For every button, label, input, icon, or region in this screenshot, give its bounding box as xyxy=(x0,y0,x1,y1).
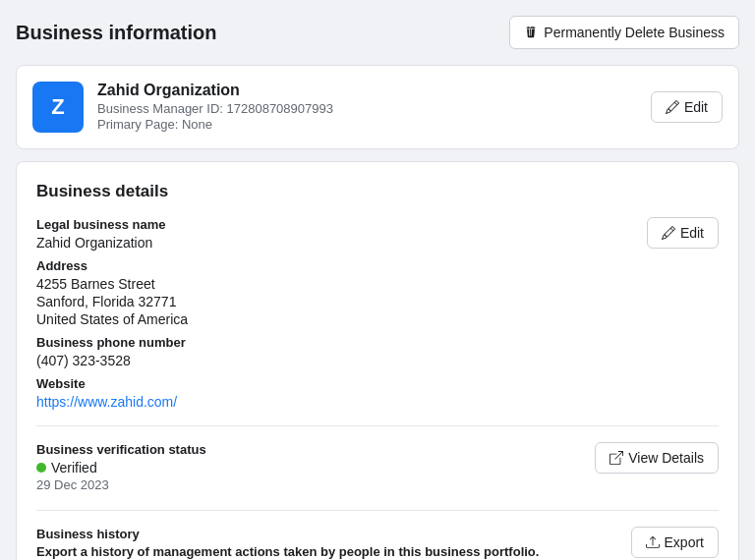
verification-label: Business verification status xyxy=(36,442,579,457)
org-name: Zahid Organization xyxy=(97,82,333,99)
legal-address-section: Legal business name Zahid Organization A… xyxy=(36,217,719,426)
trash-icon xyxy=(524,26,538,39)
address-label: Address xyxy=(36,258,631,273)
history-subtitle: Export a history of management actions t… xyxy=(36,544,615,559)
address-line2: Sanford, Florida 32771 xyxy=(36,294,631,309)
address-line3: United States of America xyxy=(36,311,631,327)
org-info: Z Zahid Organization Business Manager ID… xyxy=(32,82,333,133)
phone-value: (407) 323-3528 xyxy=(36,353,631,368)
legal-name-label: Legal business name xyxy=(36,217,631,232)
pencil-icon-legal xyxy=(662,226,675,240)
legal-edit-action: Edit xyxy=(647,217,719,249)
details-section-title: Business details xyxy=(36,182,719,201)
business-details-card: Business details Legal business name Zah… xyxy=(16,161,739,560)
verification-action: View Details xyxy=(595,442,719,474)
history-content: Business history Export a history of man… xyxy=(36,527,615,560)
delete-button-label: Permanently Delete Business xyxy=(544,25,725,40)
export-icon xyxy=(646,535,660,549)
verified-dot xyxy=(36,463,46,473)
legal-edit-label: Edit xyxy=(680,225,704,241)
verified-badge: Verified xyxy=(36,460,579,476)
address-line1: 4255 Barnes Street xyxy=(36,276,631,292)
legal-name-row: Legal business name Zahid Organization A… xyxy=(36,217,719,410)
verified-text: Verified xyxy=(51,460,97,476)
legal-edit-button[interactable]: Edit xyxy=(647,217,719,249)
verification-date: 29 Dec 2023 xyxy=(36,477,579,492)
pencil-icon xyxy=(666,100,679,114)
legal-name-content: Legal business name Zahid Organization A… xyxy=(36,217,631,410)
org-details: Zahid Organization Business Manager ID: … xyxy=(97,82,333,133)
website-link[interactable]: https://www.zahid.com/ xyxy=(36,394,177,410)
history-label: Business history xyxy=(36,527,615,541)
export-label: Export xyxy=(665,534,704,550)
legal-name-value: Zahid Organization xyxy=(36,235,631,251)
org-manager-id: Business Manager ID: 172808708907993 xyxy=(97,101,333,116)
org-edit-label: Edit xyxy=(684,99,708,115)
phone-label: Business phone number xyxy=(36,335,631,350)
website-label: Website xyxy=(36,376,631,391)
history-row: Business history Export a history of man… xyxy=(36,527,719,560)
org-card: Z Zahid Organization Business Manager ID… xyxy=(16,65,739,149)
org-primary-page: Primary Page: None xyxy=(97,117,333,132)
permanently-delete-button[interactable]: Permanently Delete Business xyxy=(509,16,739,49)
export-button[interactable]: Export xyxy=(631,527,719,558)
verification-section: Business verification status Verified 29… xyxy=(36,442,719,511)
page-title: Business information xyxy=(16,22,216,44)
verification-content: Business verification status Verified 29… xyxy=(36,442,579,494)
page-header: Business information Permanently Delete … xyxy=(16,16,739,49)
verification-row: Business verification status Verified 29… xyxy=(36,442,719,494)
view-details-button[interactable]: View Details xyxy=(595,442,719,474)
history-section: Business history Export a history of man… xyxy=(36,527,719,560)
external-link-icon xyxy=(610,451,623,465)
org-edit-button[interactable]: Edit xyxy=(651,91,723,123)
avatar: Z xyxy=(32,82,84,133)
history-action: Export xyxy=(631,527,719,558)
view-details-label: View Details xyxy=(628,450,704,466)
